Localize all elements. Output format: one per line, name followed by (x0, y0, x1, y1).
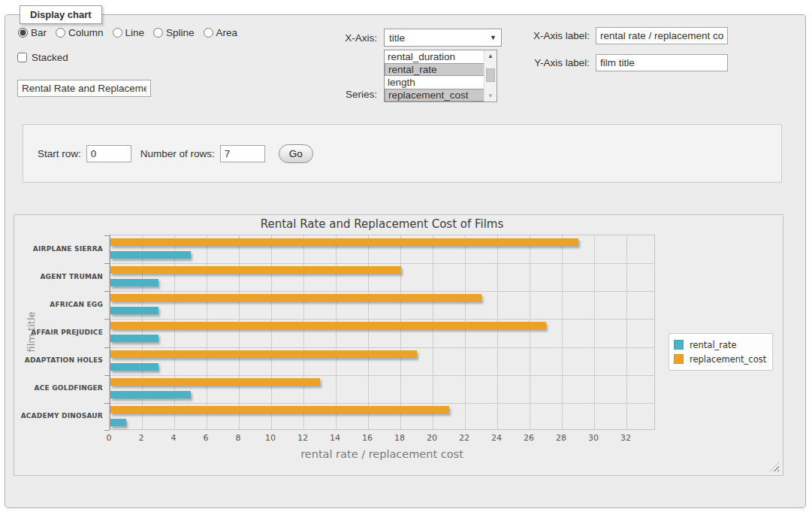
chart-type-option-bar[interactable]: Bar (18, 27, 47, 38)
series-row: Series: rental_durationrental_ratelength… (295, 50, 497, 102)
chart-container: Rental Rate and Replacement Cost of Film… (14, 214, 783, 476)
y-axis-label-input[interactable] (596, 54, 728, 71)
gridline-v (562, 235, 563, 429)
bar-rental_rate (110, 391, 191, 398)
bar-rental_rate (110, 419, 126, 426)
chart-type-option-column[interactable]: Column (56, 27, 104, 38)
num-rows-label: Number of rows: (140, 148, 215, 159)
x-tick-label: 20 (427, 433, 437, 443)
x-tick-label: 8 (236, 433, 241, 443)
y-axis-tick (104, 319, 110, 320)
y-axis-label-caption: Y-Axis label: (528, 57, 596, 68)
plot-area (109, 235, 655, 430)
bar-replacement_cost (110, 406, 449, 414)
bar-rental_rate (110, 363, 158, 371)
gridline-h (110, 375, 654, 376)
bar-replacement_cost (110, 238, 578, 246)
x-tick-label: 10 (265, 433, 276, 443)
x-axis-row: X-Axis: title ▼ (295, 29, 502, 47)
bar-replacement_cost (110, 322, 546, 329)
chevron-down-icon: ▼ (490, 34, 497, 41)
radio-column-icon[interactable] (56, 28, 65, 38)
y-axis-tick (104, 347, 110, 348)
gridline-h (110, 263, 654, 264)
legend-swatch-icon (674, 354, 684, 364)
series-option-rental_duration[interactable]: rental_duration (385, 50, 484, 63)
x-tick-label: 16 (362, 433, 373, 443)
legend-item: replacement_cost (674, 352, 766, 366)
gridline-v (433, 235, 433, 429)
scroll-down-icon[interactable]: ▼ (484, 90, 497, 101)
gridline-v (303, 235, 304, 429)
bar-replacement_cost (110, 350, 417, 358)
gridline-v (368, 235, 369, 429)
chart-title-input[interactable] (17, 80, 151, 97)
chart-type-group: BarColumnLineSplineArea (18, 27, 243, 38)
start-row-label: Start row: (38, 148, 81, 159)
gridline-v (530, 235, 530, 429)
y-axis-tick (104, 235, 110, 236)
x-axis-title: rental rate / replacement cost (109, 448, 655, 460)
radio-option-label: Area (216, 27, 238, 38)
gridline-v (626, 235, 627, 429)
resize-grip-icon[interactable] (770, 462, 779, 471)
x-tick-label: 28 (556, 433, 566, 443)
x-tick-label: 0 (107, 433, 112, 443)
x-axis-label-input[interactable] (596, 27, 728, 44)
x-axis-label-text: X-Axis: (295, 32, 384, 44)
chart-type-option-line[interactable]: Line (113, 27, 145, 38)
gridline-v (174, 235, 175, 429)
radio-bar-icon[interactable] (18, 28, 28, 38)
series-option-length[interactable]: length (385, 76, 484, 89)
fieldset-legend: Display chart (20, 5, 102, 24)
legend-label: rental_rate (690, 340, 737, 350)
category-label: AIRPLANE SIERRA (14, 245, 103, 253)
series-option-replacement_cost[interactable]: replacement_cost (385, 89, 497, 101)
gridline-h (110, 291, 654, 292)
x-tick-label: 32 (620, 433, 631, 443)
x-tick-label: 6 (204, 433, 209, 443)
radio-area-icon[interactable] (204, 28, 213, 38)
category-label: AGENT TRUMAN (14, 273, 103, 280)
series-listbox-items: rental_durationrental_ratelengthreplacem… (385, 50, 484, 101)
y-axis-tick (104, 430, 110, 431)
gridline-v (207, 235, 207, 429)
gridline-h (110, 347, 654, 348)
series-listbox-scrollbar[interactable]: ▲ ▼ (484, 50, 497, 101)
gridline-v (239, 235, 240, 429)
bar-rental_rate (110, 335, 158, 342)
num-rows-input[interactable] (220, 145, 265, 162)
x-axis-select[interactable]: title ▼ (384, 29, 502, 47)
x-tick-label: 18 (394, 433, 405, 443)
series-listbox[interactable]: rental_durationrental_ratelengthreplacem… (384, 50, 497, 102)
gridline-v (142, 235, 143, 429)
radio-spline-icon[interactable] (153, 28, 163, 38)
x-tick-label: 2 (139, 433, 144, 443)
scrollbar-thumb[interactable] (486, 68, 495, 82)
x-axis-selected-value: title (389, 32, 405, 44)
chart-legend: rental_ratereplacement_cost (669, 333, 773, 371)
gridline-v (271, 235, 272, 429)
stacked-checkbox[interactable] (17, 53, 27, 62)
y-axis-line (110, 235, 110, 429)
series-option-rental_rate[interactable]: rental_rate (385, 63, 497, 76)
bar-replacement_cost (110, 294, 481, 301)
go-button[interactable]: Go (279, 144, 313, 163)
x-tick-label: 26 (524, 433, 534, 443)
chart-type-option-area[interactable]: Area (204, 27, 238, 38)
category-label: ACE GOLDFINGER (14, 384, 103, 392)
series-label-text: Series: (295, 89, 384, 102)
x-tick-label: 12 (297, 433, 308, 443)
scroll-up-icon[interactable]: ▲ (484, 50, 497, 62)
radio-line-icon[interactable] (113, 28, 122, 38)
chart-type-option-spline[interactable]: Spline (153, 27, 195, 38)
bar-rental_rate (110, 251, 191, 259)
gridline-v (400, 235, 401, 429)
gridline-h (110, 319, 654, 320)
radio-option-label: Column (68, 27, 104, 38)
radio-option-label: Bar (31, 27, 47, 38)
bar-rental_rate (110, 279, 158, 286)
x-tick-label: 14 (330, 433, 340, 443)
start-row-input[interactable] (86, 145, 131, 162)
stacked-checkbox-row[interactable]: Stacked (17, 52, 68, 63)
